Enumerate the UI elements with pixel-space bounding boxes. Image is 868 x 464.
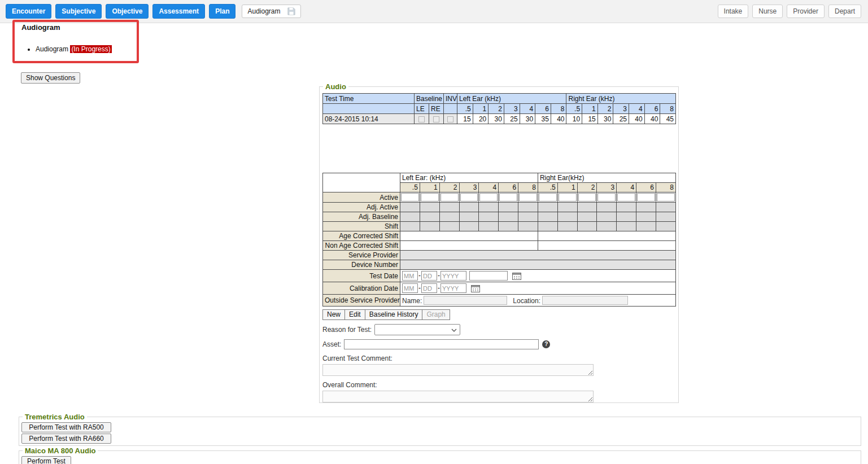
grid-cell [459, 212, 479, 222]
name-label: Name: [402, 297, 422, 305]
grid-cell [577, 222, 597, 231]
date-separator: - [438, 284, 440, 292]
right-threshold-value: 10 [566, 114, 582, 124]
active-threshold-input[interactable] [539, 193, 557, 202]
active-threshold-input[interactable] [657, 193, 675, 202]
stage-buttons: Intake Nurse Provider Depart [718, 5, 861, 18]
active-threshold-input[interactable] [578, 193, 596, 202]
freq-header-cell: 8 [656, 183, 675, 192]
empty-header-cell [444, 104, 457, 114]
edit-button[interactable]: Edit [344, 309, 365, 320]
active-threshold-input[interactable] [401, 193, 419, 202]
show-questions-button[interactable]: Show Questions [21, 72, 80, 84]
help-icon[interactable]: ? [542, 340, 550, 348]
maico-perform-test-button[interactable]: Perform Test [21, 456, 71, 464]
baseline-le-cell [415, 114, 429, 124]
list-item: Audiogram (In Progress) [36, 45, 112, 54]
freq-header-cell: 1 [582, 104, 598, 114]
status-badge: (In Progress) [70, 45, 111, 53]
grid-cell [577, 203, 597, 212]
active-threshold-input[interactable] [479, 193, 498, 202]
audiogram-tab[interactable]: Audiogram [242, 5, 300, 18]
active-threshold-input[interactable] [421, 193, 439, 202]
grid-cell [557, 222, 577, 231]
active-threshold-input[interactable] [637, 193, 655, 202]
left-threshold-value: 40 [551, 114, 566, 124]
test-date-extra-input[interactable] [469, 271, 508, 281]
provider-button[interactable]: Provider [787, 5, 825, 18]
test-date-month-input[interactable] [402, 271, 418, 281]
overall-comment-textarea[interactable] [322, 391, 594, 402]
active-threshold-input[interactable] [499, 193, 517, 202]
calibration-date-year-input[interactable] [440, 283, 466, 293]
perform-test-ra660-button[interactable]: Perform Test with RA660 [21, 434, 111, 444]
test-time-value: 08-24-2015 10:14 [323, 114, 415, 124]
audiogram-item-list: Audiogram (In Progress) [27, 45, 112, 54]
grid-cell [636, 222, 656, 231]
grid-cell [617, 222, 636, 231]
calibration-date-month-input[interactable] [402, 283, 418, 293]
freq-header-cell: 6 [636, 183, 656, 192]
row-label-active: Active [323, 192, 400, 203]
test-date-year-input[interactable] [440, 271, 466, 281]
nav-button-encounter[interactable]: Encounter [6, 4, 51, 19]
new-button[interactable]: New [322, 309, 345, 320]
audiogram-link[interactable]: Audiogram [36, 45, 68, 53]
nurse-button[interactable]: Nurse [752, 5, 783, 18]
nav-button-subjective[interactable]: Subjective [55, 4, 102, 19]
active-threshold-input[interactable] [559, 193, 577, 202]
test-date-day-input[interactable] [421, 271, 437, 281]
left-threshold-value: 20 [473, 114, 488, 124]
outside-provider-cell: Name:Location: [400, 295, 676, 307]
outside-provider-location-input[interactable] [542, 296, 628, 305]
asset-label: Asset: [322, 340, 341, 348]
reason-for-test-select[interactable] [374, 324, 460, 335]
baseline-re-checkbox[interactable] [433, 116, 439, 122]
freq-header-cell: 1 [420, 183, 439, 192]
calibration-date-day-input[interactable] [421, 283, 437, 293]
nav-button-assessment[interactable]: Assessment [152, 4, 205, 19]
depart-button[interactable]: Depart [828, 5, 861, 18]
active-threshold-input[interactable] [440, 193, 459, 202]
right-threshold-value: 45 [660, 114, 676, 124]
perform-test-ra500-button[interactable]: Perform Test with RA500 [21, 422, 111, 432]
freq-header-cell: 3 [597, 183, 617, 192]
freq-header-cell: 4 [629, 104, 645, 114]
active-cell [597, 192, 617, 203]
active-cell [499, 192, 518, 203]
active-threshold-input[interactable] [460, 193, 478, 202]
grid-cell [479, 212, 499, 222]
nav-button-plan[interactable]: Plan [209, 4, 235, 19]
freq-header-cell: 3 [613, 104, 629, 114]
grid-cell [518, 203, 538, 212]
intake-button[interactable]: Intake [718, 5, 749, 18]
freq-header-cell: 1 [557, 183, 577, 192]
nav-button-objective[interactable]: Objective [106, 4, 149, 19]
calibration-date-cell: -- [400, 282, 676, 295]
device-number-field [400, 260, 676, 270]
grid-cell [479, 203, 499, 212]
inv-checkbox[interactable] [447, 116, 453, 122]
current-test-comment-textarea[interactable] [322, 364, 594, 376]
age-shift-right-cell [538, 231, 675, 241]
col-inv: INV [444, 94, 457, 104]
maico-legend: Maico MA 800 Audio [23, 447, 98, 455]
calendar-icon[interactable] [471, 284, 480, 292]
calendar-icon[interactable] [512, 272, 521, 280]
date-separator: - [418, 272, 421, 279]
grid-cell [636, 203, 656, 212]
active-threshold-input[interactable] [617, 193, 635, 202]
asset-input[interactable] [344, 339, 539, 349]
right-threshold-value: 25 [613, 114, 629, 124]
corner-cell [323, 173, 400, 192]
grid-cell [538, 203, 557, 212]
active-threshold-input[interactable] [519, 193, 537, 202]
chevron-down-icon [451, 329, 457, 332]
active-threshold-input[interactable] [597, 193, 616, 202]
freq-header-cell: 2 [439, 183, 459, 192]
col-le: LE [415, 104, 429, 114]
baseline-history-button[interactable]: Baseline History [365, 309, 423, 320]
baseline-le-checkbox[interactable] [418, 116, 425, 122]
outside-provider-name-input[interactable] [424, 296, 507, 305]
detail-right-ear-header: Right Ear(kHz) [538, 173, 675, 183]
